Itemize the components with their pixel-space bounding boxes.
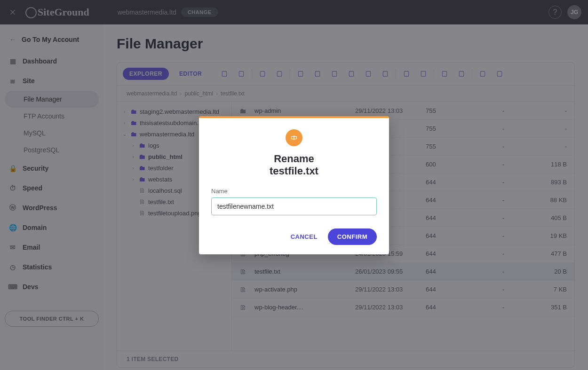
modal-overlay[interactable]: Rename testfile.txt Name CANCEL CONFIRM — [0, 0, 588, 370]
rename-icon — [286, 129, 302, 146]
rename-modal: Rename testfile.txt Name CANCEL CONFIRM — [199, 116, 389, 254]
modal-subject: testfile.txt — [211, 165, 377, 177]
cancel-button[interactable]: CANCEL — [291, 233, 318, 240]
modal-title: Rename — [211, 153, 377, 165]
rename-input[interactable] — [211, 197, 377, 215]
confirm-button[interactable]: CONFIRM — [328, 228, 377, 245]
name-label: Name — [211, 188, 377, 195]
